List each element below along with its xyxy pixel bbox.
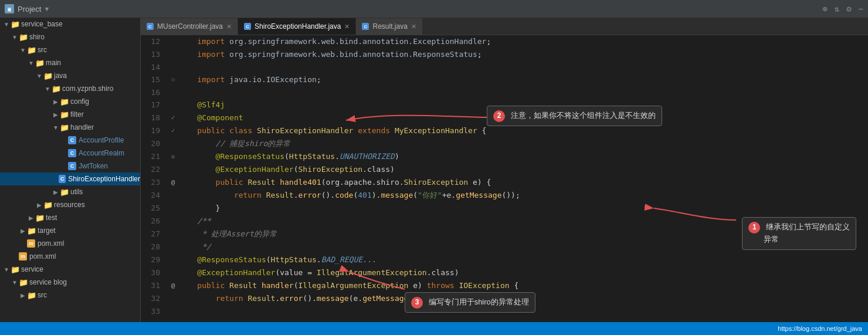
sidebar-item-service[interactable]: ▼ 📁 service	[0, 263, 140, 276]
line-gutter	[167, 189, 179, 202]
sidebar-item-test[interactable]: ▶ 📁 test	[0, 211, 140, 224]
line-code: @ResponseStatus(HttpStatus.UNAUTHORIZED)	[179, 150, 868, 163]
sidebar-item-service-blog[interactable]: ▼ 📁 service blog	[0, 276, 140, 289]
sidebar-item-target[interactable]: ▶ 📁 target	[0, 224, 140, 237]
line-code: return Result.error().code(401).message(…	[179, 189, 868, 202]
sidebar-item-pom-shiro[interactable]: m pom.xml	[0, 237, 140, 250]
line-code: }	[179, 202, 868, 215]
sidebar-item-shiroexceptionhandler[interactable]: C ShiroExceptionHandler	[0, 172, 140, 185]
sidebar-item-jwttoken[interactable]: C JwtToken	[0, 160, 140, 172]
code-editor: C MUserController.java ✕ C ShiroExceptio…	[141, 18, 868, 322]
tab-close-shiroexception[interactable]: ✕	[344, 23, 350, 31]
line-num: 27	[141, 228, 167, 241]
sidebar-item-main[interactable]: ▼ 📁 main	[0, 56, 140, 69]
sidebar-item-service-blog-src[interactable]: ▶ 📁 src	[0, 289, 140, 302]
line-num: 23	[141, 176, 167, 189]
globe-icon[interactable]: ⊕	[822, 4, 827, 13]
line-gutter: ✓	[167, 124, 179, 137]
line-code: public Result handle401(org.apache.shiro…	[179, 176, 868, 189]
line-num: 30	[141, 266, 167, 279]
sidebar-item-accountprofile[interactable]: C AccountProfile	[0, 134, 140, 147]
tab-label-result: Result.java	[372, 22, 407, 31]
line-num: 26	[141, 215, 167, 228]
table-row: 28 */	[141, 241, 868, 253]
sidebar-item-utils[interactable]: ▶ 📁 utils	[0, 185, 140, 198]
split-icon[interactable]: ⇅	[835, 4, 839, 13]
project-title: Project	[18, 5, 41, 13]
line-gutter: @	[167, 176, 179, 189]
gear-icon[interactable]: ⚙	[846, 4, 851, 13]
tab-result[interactable]: C Result.java ✕	[356, 18, 422, 35]
line-code: * 处理Assert的异常	[179, 228, 868, 241]
line-num: 33	[141, 305, 167, 317]
title-arrow: ▼	[45, 5, 49, 13]
tab-icon-result: C	[362, 23, 369, 30]
line-num: 17	[141, 99, 167, 111]
sidebar-item-com-yzpnb-shiro[interactable]: ▼ 📁 com.yzpnb.shiro	[0, 82, 140, 95]
title-bar: ▣ Project ▼ ⊕ ⇅ ⚙ −	[0, 0, 868, 18]
table-row: 16	[141, 86, 868, 99]
line-gutter	[167, 202, 179, 215]
line-num: 28	[141, 241, 167, 253]
line-gutter	[167, 61, 179, 73]
tab-shiroexceptionhandler[interactable]: C ShiroExceptionHandler.java ✕	[238, 18, 356, 35]
main-layout: ▼ 📁 service_base ▼ 📁 shiro ▼ 📁 src ▼ 📁 m…	[0, 18, 868, 322]
line-code: @ExceptionHandler(ShiroException.class)	[179, 163, 868, 176]
code-container[interactable]: 12 import org.springframework.web.bind.a…	[141, 35, 868, 322]
line-gutter	[167, 266, 179, 279]
line-gutter	[167, 228, 179, 241]
tab-musercontroller[interactable]: C MUserController.java ✕	[141, 18, 238, 35]
title-bar-left: ▣ Project ▼	[5, 4, 49, 13]
line-num: 12	[141, 35, 167, 48]
line-code: @ExceptionHandler(value = IllegalArgumen…	[179, 266, 868, 279]
sidebar-item-resources[interactable]: ▶ 📁 resources	[0, 198, 140, 211]
minimize-icon[interactable]: −	[859, 4, 863, 13]
line-num: 24	[141, 189, 167, 202]
line-code: import java.io.IOException;	[179, 73, 868, 86]
tab-close-result[interactable]: ✕	[411, 23, 416, 31]
line-num: 13	[141, 48, 167, 61]
tab-icon-musercontroller: C	[147, 23, 154, 30]
sidebar-item-src[interactable]: ▼ 📁 src	[0, 43, 140, 56]
line-gutter	[167, 292, 179, 305]
table-row: 13 import org.springframework.web.bind.a…	[141, 48, 868, 61]
line-gutter: ◇	[167, 73, 179, 86]
sidebar-item-shiro[interactable]: ▼ 📁 shiro	[0, 31, 140, 43]
line-gutter	[167, 305, 179, 317]
sidebar-item-java[interactable]: ▼ 📁 java	[0, 69, 140, 82]
table-row: 20 // 捕捉shiro的异常	[141, 137, 868, 150]
sidebar-item-service-base[interactable]: ▼ 📁 service_base	[0, 18, 140, 31]
line-code: import org.springframework.web.bind.anno…	[179, 35, 868, 48]
table-row: 19 ✓ public class ShiroExceptionHandler …	[141, 124, 868, 137]
sidebar-item-pom-root[interactable]: m pom.xml	[0, 250, 140, 263]
line-gutter: @	[167, 279, 179, 292]
sidebar-item-config[interactable]: ▶ 📁 config	[0, 95, 140, 108]
line-code: @ResponseStatus(HttpStatus.BAD_REQUE...	[179, 253, 868, 266]
tab-icon-shiroexception: C	[244, 23, 251, 30]
line-code	[179, 61, 868, 73]
status-bar: https://blog.csdn.net/grd_java	[0, 322, 868, 335]
line-num: 31	[141, 279, 167, 292]
table-row: 12 import org.springframework.web.bind.a…	[141, 35, 868, 48]
sidebar-item-handler[interactable]: ▼ 📁 handler	[0, 121, 140, 134]
line-gutter: ◇	[167, 150, 179, 163]
table-row: 33	[141, 305, 868, 317]
line-gutter: ✓	[167, 111, 179, 124]
line-code	[179, 86, 868, 99]
table-row: 21 ◇ @ResponseStatus(HttpStatus.UNAUTHOR…	[141, 150, 868, 163]
table-row: 31 @ public Result handler(IllegalArgume…	[141, 279, 868, 292]
title-bar-icons: ⊕ ⇅ ⚙ −	[822, 4, 863, 13]
table-row: 32 return Result.error().message(e.getMe…	[141, 292, 868, 305]
line-gutter	[167, 99, 179, 111]
line-num: 14	[141, 61, 167, 73]
tab-close-musercontroller[interactable]: ✕	[226, 23, 232, 31]
tab-bar: C MUserController.java ✕ C ShiroExceptio…	[141, 18, 868, 35]
sidebar-item-accountrealm[interactable]: C AccountRealm	[0, 147, 140, 160]
tab-label-shiroexception: ShiroExceptionHandler.java	[255, 22, 341, 31]
line-code: public Result handler(IllegalArgumentExc…	[179, 279, 868, 292]
line-code: /**	[179, 215, 868, 228]
line-code: @Component	[179, 111, 868, 124]
line-gutter	[167, 48, 179, 61]
sidebar-item-filter[interactable]: ▶ 📁 filter	[0, 108, 140, 121]
table-row: 23 @ public Result handle401(org.apache.…	[141, 176, 868, 189]
